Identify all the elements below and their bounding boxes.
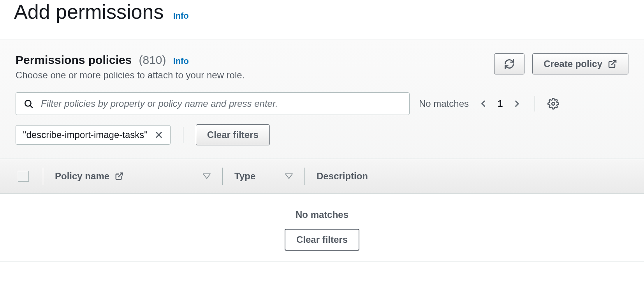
svg-marker-8 — [285, 174, 292, 179]
panel-description: Choose one or more policies to attach to… — [16, 70, 245, 81]
create-policy-label: Create policy — [544, 58, 602, 69]
select-all-checkbox[interactable] — [18, 171, 29, 182]
empty-state-text: No matches — [296, 209, 348, 220]
svg-line-6 — [118, 173, 122, 177]
next-page-button[interactable] — [512, 99, 522, 109]
external-link-icon — [115, 172, 123, 180]
svg-point-3 — [552, 102, 555, 105]
column-name-label: Policy name — [55, 171, 109, 182]
column-desc-label: Description — [317, 171, 368, 182]
sort-icon — [285, 173, 293, 179]
column-header-description[interactable]: Description — [305, 171, 644, 182]
refresh-button[interactable] — [494, 53, 524, 74]
filter-chip: "describe-import-image-tasks" — [16, 125, 171, 145]
page-title: Add permissions — [14, 0, 164, 23]
svg-line-2 — [30, 106, 32, 108]
permissions-panel: Permissions policies (810) Info Choose o… — [0, 39, 644, 262]
table-header: Policy name Type Description — [0, 159, 644, 194]
page-number: 1 — [498, 98, 503, 109]
column-type-label: Type — [234, 171, 255, 182]
empty-clear-filters-label: Clear filters — [296, 234, 348, 245]
refresh-icon — [504, 58, 515, 69]
column-header-type[interactable]: Type — [223, 171, 304, 182]
settings-button[interactable] — [547, 98, 559, 110]
divider — [535, 96, 535, 111]
sort-icon — [203, 173, 211, 179]
prev-page-button[interactable] — [478, 99, 488, 109]
match-count-text: No matches — [419, 98, 469, 109]
svg-marker-7 — [203, 174, 210, 179]
panel-count: (810) — [139, 53, 166, 67]
page-info-link[interactable]: Info — [173, 11, 188, 21]
svg-line-0 — [612, 60, 616, 65]
filter-chip-label: "describe-import-image-tasks" — [23, 129, 148, 140]
clear-filters-button[interactable]: Clear filters — [196, 124, 270, 145]
divider — [183, 127, 183, 143]
remove-filter-button[interactable] — [155, 131, 163, 139]
panel-title: Permissions policies — [16, 53, 132, 67]
empty-state: No matches Clear filters — [0, 194, 644, 262]
create-policy-button[interactable]: Create policy — [532, 53, 628, 74]
search-icon — [23, 99, 33, 109]
panel-info-link[interactable]: Info — [173, 56, 189, 66]
clear-filters-label: Clear filters — [207, 129, 259, 140]
empty-clear-filters-button[interactable]: Clear filters — [285, 229, 359, 251]
search-input[interactable] — [16, 92, 410, 115]
external-link-icon — [608, 59, 617, 69]
column-header-policy-name[interactable]: Policy name — [43, 171, 222, 182]
